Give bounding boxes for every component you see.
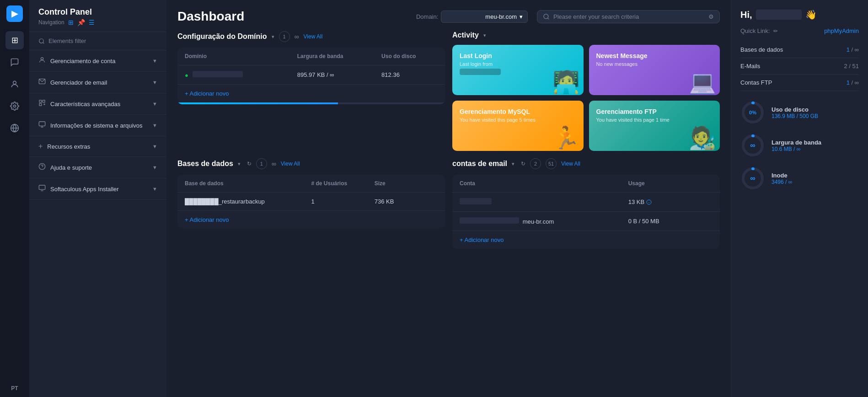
activity-section-title: Activity	[452, 31, 479, 39]
domain-value[interactable]: meu-br.com ▾	[441, 11, 528, 23]
email-view-all[interactable]: View All	[561, 161, 580, 167]
chevron-icon: ▼	[152, 165, 157, 170]
svg-point-6	[41, 58, 43, 60]
sidebar-menu: Gerenciamento de conta ▼ Gerenciador de …	[29, 50, 166, 397]
domain-add-new[interactable]: + Adicionar novo	[177, 85, 445, 102]
sidebar-item-softaculous-label: Softaculous Apps Installer	[50, 186, 119, 193]
svg-line-19	[547, 18, 549, 19]
content-area: Configuração do Domínio ▾ 1 ∞ View All D…	[166, 31, 731, 269]
email-accounts-section: contas de email ▾ ↻ 2 51 View All Conta …	[452, 158, 720, 258]
donut-bw: ∞ Largura de banda 10.6 MB / ∞	[740, 133, 859, 158]
icon-bar-globe[interactable]	[5, 119, 24, 137]
col-bw-header: Largura de banda	[297, 53, 381, 59]
email-add-new[interactable]: + Adicionar novo	[452, 231, 720, 249]
email-refresh-icon[interactable]: ↻	[521, 161, 525, 167]
filter-toggle-icon[interactable]: ⚙	[708, 13, 714, 20]
col-uso-header: Uso do disco	[381, 53, 438, 59]
stats-label-emails: E-Mails	[740, 63, 760, 70]
sidebar-item-sysinfo[interactable]: Informações de sistema e arquivos ▼	[29, 115, 166, 136]
pin-icon[interactable]: 📌	[77, 19, 85, 26]
email-table-header: Conta Usage	[452, 175, 720, 193]
icon-bar-user[interactable]	[5, 75, 24, 93]
email-icon	[38, 78, 46, 87]
topbar: Dashboard Domain: meu-br.com ▾ ⚙	[166, 0, 731, 31]
search-icon	[543, 13, 550, 20]
table-row: meu-br.com 0 B / 50 MB	[452, 212, 720, 231]
wave-icon: 👋	[805, 9, 817, 20]
icon-bar-chat[interactable]	[5, 53, 24, 71]
sidebar-item-account[interactable]: Gerenciamento de conta ▼	[29, 50, 166, 72]
icon-bar-settings[interactable]	[5, 97, 24, 115]
donut-inode-chart: ∞	[740, 166, 765, 191]
activity-chevron-icon[interactable]: ▾	[483, 32, 486, 38]
chevron-icon: ▼	[152, 101, 157, 107]
domain-chevron-icon: ▾	[520, 13, 523, 20]
svg-point-18	[544, 14, 548, 18]
email-section-header: contas de email ▾ ↻ 2 51 View All	[452, 158, 720, 169]
domain-name-redacted	[193, 71, 243, 77]
email-usage-cell-1: 13 KB	[628, 198, 713, 205]
db-chevron-icon[interactable]: ▾	[238, 161, 241, 167]
sidebar-item-support[interactable]: Ajuda e suporte ▼	[29, 157, 166, 178]
right-panel: Hi, 👋 Quick Link: ✏ phpMyAdmin Bases de …	[731, 0, 868, 397]
lang-selector[interactable]: PT	[11, 385, 18, 392]
col-account-header: Conta	[460, 180, 628, 187]
donut-inode-value: 3496 / ∞	[772, 179, 792, 185]
logo-icon[interactable]: ▶	[6, 5, 23, 22]
bottom-sections: Bases de dados ▾ ↻ 1 ∞ View All Base de …	[177, 158, 720, 258]
sidebar-item-extras[interactable]: + Recursos extras ▼	[29, 136, 166, 157]
email-account-cell-2: meu-br.com	[460, 217, 628, 225]
status-active-icon: ●	[185, 72, 188, 79]
db-refresh-icon[interactable]: ↻	[247, 161, 252, 167]
stats-value-emails: 2 / 51	[844, 63, 859, 70]
email-usage-cell-2: 0 B / 50 MB	[628, 218, 713, 225]
db-view-all[interactable]: View All	[281, 161, 300, 167]
email-account-redacted-1	[460, 198, 492, 204]
greeting-row: Hi, 👋	[740, 9, 859, 20]
elements-filter[interactable]: Elements filter	[29, 32, 166, 50]
table-row: ████████_restaurarbackup 1 736 KB	[177, 193, 445, 211]
ftp-illustration: 🧑‍🎨	[689, 125, 716, 151]
chevron-icon: ▼	[152, 58, 157, 64]
filter-label: Elements filter	[48, 38, 86, 44]
newest-message-title: Newest Message	[596, 52, 713, 59]
table-row: 13 KB	[452, 193, 720, 212]
db-table-header: Base de dados # de Usuários Size	[177, 175, 445, 193]
activity-card-newest-message[interactable]: Newest Message No new messages 💻	[589, 45, 720, 95]
email-chevron-icon[interactable]: ▾	[512, 161, 514, 167]
icon-bar-apps[interactable]: ⊞	[5, 31, 24, 49]
sidebar-item-softaculous[interactable]: Softaculous Apps Installer ▼	[29, 178, 166, 200]
svg-rect-10	[39, 103, 42, 106]
domain-selector: Domain: meu-br.com ▾	[416, 11, 528, 23]
db-add-new[interactable]: + Adicionar novo	[177, 211, 445, 229]
main-content: Dashboard Domain: meu-br.com ▾ ⚙ Configu…	[166, 0, 731, 397]
account-icon	[38, 56, 46, 65]
page-title: Dashboard	[177, 9, 244, 24]
activity-card-last-login[interactable]: Last Login Last login from 🧑‍💻	[452, 45, 584, 95]
activity-card-mysql[interactable]: Gerenciamento MySQL You have visited thi…	[452, 101, 584, 151]
sidebar-item-email[interactable]: Gerenciador de email ▼	[29, 72, 166, 93]
mysql-title: Gerenciamento MySQL	[460, 108, 576, 115]
donut-inode: ∞ Inode 3496 / ∞	[740, 166, 859, 191]
search-input[interactable]	[553, 13, 705, 20]
user-name-redacted	[756, 10, 802, 20]
domain-progress-bar-wrap	[177, 102, 445, 104]
activity-card-ftp[interactable]: Gerenciamento FTP You have visited this …	[589, 101, 720, 151]
domain-view-all[interactable]: View All	[304, 33, 323, 40]
mysql-sub: You have visited this page 5 times	[460, 117, 576, 123]
quick-link-edit-icon[interactable]: ✏	[773, 28, 778, 34]
newest-message-sub: No new messages	[596, 61, 713, 67]
quick-link-value[interactable]: phpMyAdmin	[824, 27, 859, 34]
list-view-icon[interactable]: ☰	[89, 19, 95, 26]
sidebar-item-advanced[interactable]: Características avançadas ▼	[29, 93, 166, 115]
stats-list: Bases de dados 1 / ∞ E-Mails 2 / 51 Cont…	[740, 42, 859, 91]
email-count2-badge: 51	[546, 158, 557, 169]
grid-view-icon[interactable]: ⊞	[68, 19, 74, 26]
donut-bw-chart: ∞	[740, 133, 765, 158]
domain-chevron-icon[interactable]: ▾	[272, 34, 274, 40]
svg-line-5	[43, 42, 44, 43]
donut-disk-label: 0%	[749, 110, 756, 115]
db-name-cell: ████████_restaurarbackup	[185, 198, 311, 205]
table-row: ● 895.97 KB / ∞ 812.36	[177, 65, 445, 85]
chevron-icon: ▼	[152, 80, 157, 85]
